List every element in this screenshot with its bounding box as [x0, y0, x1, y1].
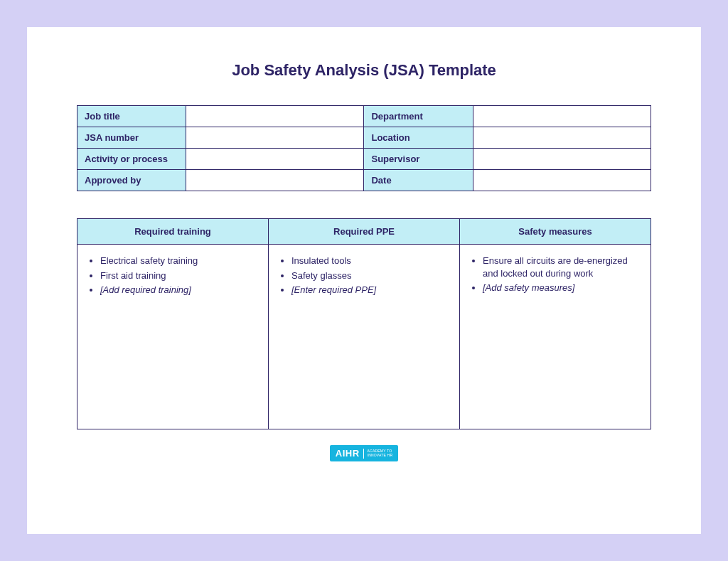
- info-label: Activity or process: [77, 149, 186, 170]
- info-value[interactable]: [473, 149, 651, 170]
- requirements-header: Required training: [77, 219, 269, 245]
- required-training-cell[interactable]: Electrical safety training First aid tra…: [77, 245, 269, 429]
- info-value[interactable]: [473, 127, 651, 149]
- info-label: Location: [364, 127, 473, 149]
- info-value[interactable]: [186, 106, 364, 127]
- list-item-placeholder: [Enter required PPE]: [291, 284, 452, 296]
- requirements-header: Safety measures: [460, 219, 651, 245]
- aihr-logo: AIHR ACADEMY TO INNOVATE HR: [330, 445, 398, 461]
- info-value[interactable]: [473, 106, 651, 127]
- list-item: Electrical safety training: [100, 255, 261, 267]
- info-value[interactable]: [473, 170, 651, 191]
- info-label: Supervisor: [364, 149, 473, 170]
- info-value[interactable]: [186, 127, 364, 149]
- required-ppe-list: Insulated tools Safety glasses [Enter re…: [289, 255, 452, 296]
- list-item: First aid training: [100, 269, 261, 282]
- requirements-header: Required PPE: [269, 219, 460, 245]
- page-title: Job Safety Analysis (JSA) Template: [77, 61, 651, 80]
- required-ppe-cell[interactable]: Insulated tools Safety glasses [Enter re…: [269, 245, 460, 429]
- logo-sub-text: ACADEMY TO INNOVATE HR: [368, 449, 393, 457]
- info-label: Date: [364, 170, 473, 191]
- info-label: Department: [364, 106, 473, 127]
- info-row: Activity or process Supervisor: [77, 149, 651, 170]
- info-row: Job title Department: [77, 106, 651, 127]
- list-item-placeholder: [Add safety measures]: [483, 282, 643, 294]
- logo-main-text: AIHR: [336, 448, 360, 459]
- safety-measures-cell[interactable]: Ensure all circuits are de-energized and…: [460, 245, 651, 429]
- info-label: JSA number: [77, 127, 186, 149]
- info-label: Approved by: [77, 170, 186, 191]
- list-item-placeholder: [Add required training]: [100, 284, 261, 296]
- info-value[interactable]: [186, 149, 364, 170]
- info-value[interactable]: [186, 170, 364, 191]
- requirements-body-row: Electrical safety training First aid tra…: [77, 245, 651, 429]
- logo-divider: [363, 449, 364, 459]
- logo-container: AIHR ACADEMY TO INNOVATE HR: [77, 445, 651, 461]
- safety-measures-list: Ensure all circuits are de-energized and…: [480, 255, 643, 294]
- required-training-list: Electrical safety training First aid tra…: [97, 255, 261, 296]
- document-page: Job Safety Analysis (JSA) Template Job t…: [27, 27, 701, 534]
- info-row: Approved by Date: [77, 170, 651, 191]
- info-table-body: Job title Department JSA number Location…: [77, 106, 651, 191]
- requirements-table: Required training Required PPE Safety me…: [77, 218, 651, 429]
- list-item: Insulated tools: [291, 255, 452, 267]
- info-row: JSA number Location: [77, 127, 651, 149]
- info-label: Job title: [77, 106, 186, 127]
- list-item: Ensure all circuits are de-energized and…: [483, 255, 643, 279]
- info-table: Job title Department JSA number Location…: [77, 105, 651, 191]
- list-item: Safety glasses: [291, 269, 452, 282]
- logo-sub-line2: INNOVATE HR: [368, 453, 393, 457]
- requirements-header-row: Required training Required PPE Safety me…: [77, 219, 651, 245]
